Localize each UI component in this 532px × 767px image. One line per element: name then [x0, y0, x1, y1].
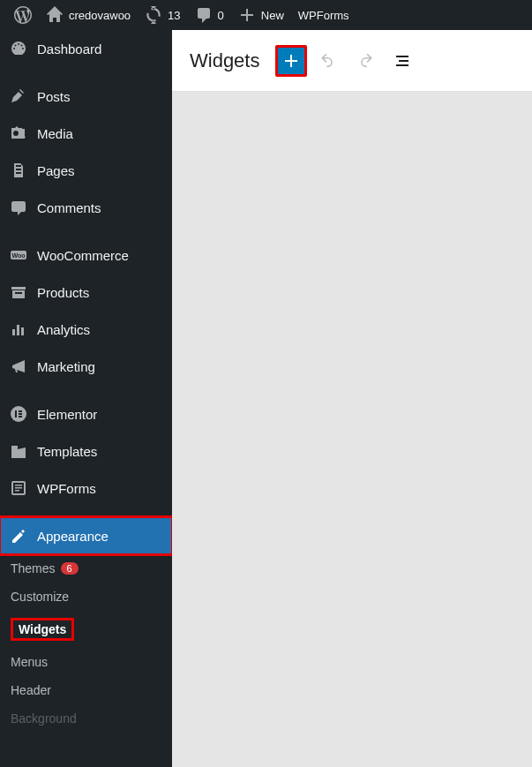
sidebar-item-label: Posts: [37, 89, 71, 104]
comments-link[interactable]: 0: [188, 0, 231, 30]
svg-rect-8: [15, 485, 22, 486]
sidebar-item-analytics[interactable]: Analytics: [0, 311, 172, 348]
sidebar-item-pages[interactable]: Pages: [0, 152, 172, 189]
updates-link[interactable]: 13: [138, 0, 187, 30]
sidebar-item-label: Media: [37, 126, 73, 141]
submenu-label: Widgets: [11, 618, 74, 641]
analytics-icon: [9, 320, 28, 339]
editor-canvas[interactable]: [172, 92, 532, 767]
submenu-label: Themes: [11, 561, 56, 575]
submenu-widgets[interactable]: Widgets: [0, 611, 85, 648]
sidebar-item-label: Elementor: [37, 407, 97, 422]
site-name-label: credovawoo: [69, 9, 131, 22]
wpforms-icon: [9, 478, 28, 498]
redo-button[interactable]: [349, 45, 381, 77]
page-title: Widgets: [190, 49, 259, 72]
admin-bar: credovawoo 13 0 New WPForms: [0, 0, 532, 30]
sidebar-item-label: Marketing: [37, 359, 95, 374]
submenu-header[interactable]: Header: [0, 676, 172, 704]
sidebar-item-comments[interactable]: Comments: [0, 189, 172, 226]
sidebar-item-label: Dashboard: [37, 41, 101, 56]
comments-icon: [9, 198, 28, 217]
submenu-label: Background: [11, 711, 77, 726]
templates-icon: [9, 441, 28, 461]
wordpress-icon: [14, 6, 32, 24]
sidebar-item-label: WooCommerce: [37, 248, 129, 263]
wpforms-adminbar-label: WPForms: [298, 9, 349, 22]
sidebar-item-dashboard[interactable]: Dashboard: [0, 30, 172, 67]
site-name-link[interactable]: credovawoo: [39, 0, 138, 30]
sidebar-item-wpforms[interactable]: WPForms: [0, 470, 172, 507]
sidebar-item-woocommerce[interactable]: Woo WooCommerce: [0, 237, 172, 274]
document-outline-button[interactable]: [386, 45, 418, 77]
submenu-customize[interactable]: Customize: [0, 583, 172, 611]
submenu-background[interactable]: Background: [0, 704, 172, 733]
updates-count: 13: [168, 9, 180, 22]
svg-rect-4: [19, 410, 22, 412]
editor-content: Widgets: [172, 30, 532, 767]
sidebar-item-posts[interactable]: Posts: [0, 78, 172, 115]
sidebar-item-elementor[interactable]: Elementor: [0, 395, 172, 432]
appearance-submenu: Themes 6 Customize Widgets Menus Header …: [0, 554, 172, 733]
media-icon: [9, 124, 28, 143]
new-label: New: [261, 9, 284, 22]
sidebar-item-appearance[interactable]: Appearance: [0, 517, 172, 554]
svg-rect-10: [15, 490, 19, 492]
appearance-icon: [9, 526, 28, 545]
sidebar-item-label: Comments: [37, 200, 101, 215]
admin-sidebar: Dashboard Posts Media Pages Comments Woo…: [0, 30, 172, 767]
sidebar-item-label: Appearance: [37, 529, 109, 544]
sidebar-item-products[interactable]: Products: [0, 274, 172, 311]
sidebar-item-label: Products: [37, 285, 89, 300]
elementor-icon: [9, 404, 28, 424]
submenu-label: Menus: [11, 655, 48, 669]
submenu-label: Customize: [11, 590, 69, 604]
plus-icon: [281, 50, 302, 71]
comment-icon: [195, 6, 213, 24]
wpforms-adminbar-link[interactable]: WPForms: [291, 0, 356, 30]
dashboard-icon: [9, 39, 28, 58]
woo-icon: Woo: [9, 245, 28, 265]
submenu-themes[interactable]: Themes 6: [0, 554, 172, 583]
svg-rect-5: [19, 413, 22, 415]
list-icon: [392, 50, 413, 71]
undo-icon: [318, 50, 339, 71]
comments-count: 0: [218, 9, 224, 22]
sidebar-item-marketing[interactable]: Marketing: [0, 348, 172, 385]
redo-icon: [355, 50, 376, 71]
svg-text:Woo: Woo: [11, 252, 25, 259]
pin-icon: [9, 86, 28, 106]
add-block-button[interactable]: [275, 45, 307, 77]
themes-update-badge: 6: [61, 562, 79, 575]
editor-toolbar: Widgets: [172, 30, 532, 92]
sidebar-item-label: WPForms: [37, 481, 96, 496]
submenu-menus[interactable]: Menus: [0, 648, 172, 676]
update-icon: [145, 6, 162, 24]
home-icon: [46, 6, 64, 24]
svg-rect-9: [15, 487, 22, 489]
pages-icon: [9, 161, 28, 180]
svg-rect-3: [15, 410, 17, 417]
plus-icon: [238, 6, 256, 24]
sidebar-item-label: Analytics: [37, 322, 90, 337]
svg-rect-6: [19, 416, 22, 417]
sidebar-item-media[interactable]: Media: [0, 115, 172, 152]
marketing-icon: [9, 357, 28, 376]
undo-button[interactable]: [312, 45, 344, 77]
sidebar-item-label: Templates: [37, 444, 97, 459]
sidebar-item-templates[interactable]: Templates: [0, 432, 172, 470]
submenu-label: Header: [11, 683, 51, 697]
new-content-link[interactable]: New: [231, 0, 291, 30]
wp-logo[interactable]: [7, 0, 39, 30]
products-icon: [9, 282, 28, 302]
sidebar-item-label: Pages: [37, 163, 75, 178]
